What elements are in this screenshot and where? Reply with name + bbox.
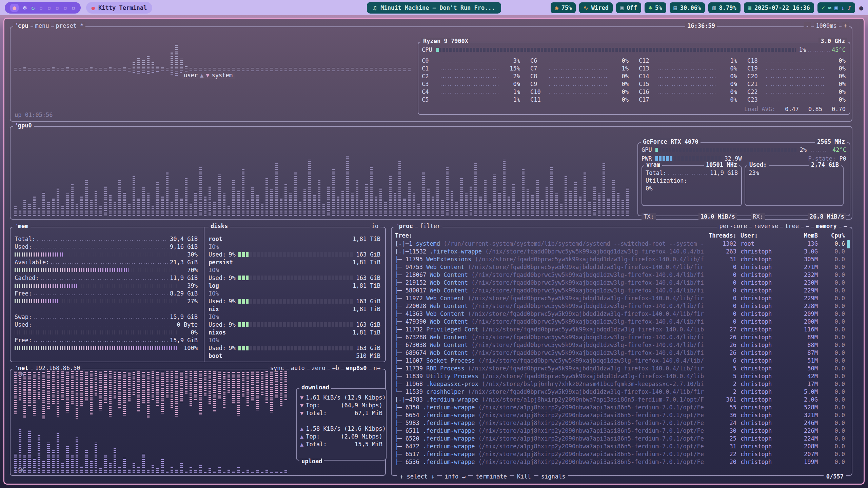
- workspace-icon-ws-4[interactable]: ▫: [39, 5, 43, 11]
- footer-info-button[interactable]: info ↵: [442, 473, 468, 480]
- process-row[interactable]: ├─ 11739 RDD Process (/nix/store/fqadd0b…: [392, 364, 852, 372]
- interval-plus-button[interactable]: +: [842, 22, 849, 29]
- bluetooth-widget[interactable]: ▣Off: [616, 2, 641, 13]
- process-row[interactable]: [-]─11532 .firefox-wrappe (/nix/store/fq…: [392, 247, 852, 255]
- system-tray[interactable]: ✓≈▣↓♪: [817, 2, 855, 13]
- disk-used-fill: [238, 346, 249, 350]
- tab-tree[interactable]: tree: [783, 223, 801, 229]
- sort-prev-button[interactable]: ←: [804, 223, 811, 229]
- process-row[interactable]: └─ 11539 crashhelper (/nix/store/fqadd0b…: [392, 388, 852, 395]
- core-label: C10: [530, 88, 547, 95]
- process-tree-cell: ├─ 673288 Web Content (/nix/store/fqadd0…: [395, 334, 704, 341]
- graph-bar: [156, 371, 159, 406]
- tree-prefix: ├─: [395, 381, 406, 387]
- iface-next-button[interactable]: n→: [372, 365, 382, 371]
- footer-select-button[interactable]: ↑ select ↓: [397, 473, 437, 480]
- tab-menu[interactable]: menu: [33, 22, 51, 29]
- process-threads: 2: [704, 381, 736, 387]
- network-widget[interactable]: ∿Wired: [579, 2, 612, 13]
- disk-used-meter: [238, 252, 354, 257]
- process-row[interactable]: ├─ 479390 Web Content (/nix/store/fqadd0…: [392, 318, 852, 325]
- graph-bar: [246, 371, 249, 406]
- process-row[interactable]: ├─ 11839 Utility Process (/nix/store/fqa…: [392, 372, 852, 380]
- active-window-button[interactable]: ● Kitty Terminal: [86, 2, 153, 14]
- disk-used-row: Used:9%163 GiB: [209, 297, 380, 305]
- process-cpu: 0.0: [818, 334, 845, 341]
- disk-usage-widget[interactable]: ▥8.79%: [708, 2, 740, 13]
- process-row[interactable]: ├─ 11972 Web Content (/nix/store/fqadd0b…: [392, 294, 852, 302]
- process-row[interactable]: ├─ 6511 .ferdium-wrappe (/nix/store/a1pj…: [392, 427, 852, 434]
- disk-name-row: nixos1,81 TiB: [209, 328, 380, 336]
- volume-widget[interactable]: ◉75%: [551, 2, 576, 13]
- process-row[interactable]: ├─ 94753 Web Content (/nix/store/fqadd0b…: [392, 263, 852, 271]
- process-row[interactable]: ├─ 689674 Web Content (/nix/store/fqadd0…: [392, 349, 852, 357]
- workspace-icon-refresh[interactable]: ↻: [31, 5, 35, 11]
- graph-bar: [370, 67, 373, 68]
- process-row[interactable]: ├─ 218067 Web Content (/nix/store/fqadd0…: [392, 271, 852, 279]
- disk-used-fill: [238, 322, 249, 327]
- graph-bar: [71, 184, 74, 216]
- process-row[interactable]: [-]─4783 .ferdium-wrappe (/nix/store/a1p…: [392, 395, 852, 403]
- graph-bar: [175, 371, 178, 416]
- footer-signals-button[interactable]: signals: [538, 473, 568, 480]
- sort-next-button[interactable]: →: [842, 223, 849, 229]
- cpu-usage-widget[interactable]: ♣5%: [645, 2, 666, 13]
- bell-icon[interactable]: ●: [859, 4, 863, 12]
- process-cpu: 0.0: [818, 388, 845, 395]
- workspace-icon-cat[interactable]: ●: [10, 4, 19, 12]
- process-row[interactable]: ├─ 6350 .ferdium-wrappe (/nix/store/a1pj…: [392, 403, 852, 411]
- process-tree-cell: ├─ 11607 Socket Process (/nix/store/fqad…: [395, 357, 704, 364]
- tree-prefix: ├─: [395, 342, 406, 348]
- process-row[interactable]: ├─ 41363 Web Content (/nix/store/fqadd0b…: [392, 310, 852, 318]
- process-row[interactable]: ├─ 6520 .ferdium-wrappe (/nix/store/a1pj…: [392, 434, 852, 442]
- net-stat-value: (2,69 Mibps): [341, 433, 382, 440]
- clock-widget[interactable]: ▦2025-07-22 16:36: [744, 2, 814, 13]
- workspace-icon-ws-5[interactable]: ▫: [47, 5, 51, 11]
- workspace-icon-ws-8[interactable]: ▫: [72, 5, 75, 11]
- disk-used-meter: [238, 299, 354, 304]
- process-row[interactable]: ├─ 6536 .ferdium-wrappe (/nix/store/a1pj…: [392, 458, 852, 466]
- tab-io[interactable]: io: [370, 223, 380, 229]
- tab-per-core[interactable]: per-core: [717, 223, 749, 229]
- process-row[interactable]: ├─ 673038 Web Content (/nix/store/fqadd0…: [392, 341, 852, 349]
- footer-kill-button[interactable]: Kill: [514, 473, 534, 480]
- tab-preset[interactable]: preset *: [54, 22, 86, 29]
- graph-bar: [284, 184, 287, 216]
- header-mem[interactable]: MemB: [787, 232, 818, 239]
- process-row[interactable]: ├─ 11607 Socket Process (/nix/store/fqad…: [392, 357, 852, 364]
- process-row[interactable]: [-]─1 systemd (/run/current-system/syste…: [392, 240, 852, 247]
- gpu-box-title: ⁵gpu0: [13, 122, 34, 129]
- workspace-icon-ws-6[interactable]: ▫: [55, 5, 59, 11]
- process-row[interactable]: ├─ 6472 .ferdium-wrappe (/nix/store/a1pj…: [392, 442, 852, 450]
- header-threads[interactable]: Threads:: [704, 232, 736, 239]
- process-row[interactable]: ├─ 220028 Web Content (/nix/store/fqadd0…: [392, 302, 852, 310]
- process-scrollbar[interactable]: [847, 240, 850, 248]
- workspace-icon-nix[interactable]: ❄: [23, 5, 27, 11]
- process-row[interactable]: ├─ 580017 Web Content (/nix/store/fqadd0…: [392, 286, 852, 294]
- workspace-icon-ws-7[interactable]: ▫: [63, 5, 67, 11]
- graph-bar: [251, 187, 254, 216]
- tab-zero[interactable]: zero: [310, 365, 328, 371]
- process-row[interactable]: ├─ 11795 WebExtensions (/nix/store/fqadd…: [392, 255, 852, 263]
- process-row[interactable]: ├─ 5983 .ferdium-wrappe (/nix/store/a1pj…: [392, 419, 852, 427]
- header-user[interactable]: User:: [736, 232, 787, 239]
- tab-auto[interactable]: auto: [289, 365, 307, 371]
- process-row[interactable]: ├─ 11968 .keepassxc-prox (/nix/store/bsl…: [392, 380, 852, 388]
- process-row[interactable]: ├─ 6654 .ferdium-wrappe (/nix/store/a1pj…: [392, 411, 852, 419]
- tab-filter[interactable]: filter: [418, 223, 442, 229]
- down-arrow-icon: ▼: [206, 72, 209, 79]
- iface-prev-button[interactable]: ←b: [330, 365, 341, 371]
- process-row[interactable]: ├─ 11732 Privileged Cont (/nix/store/fqa…: [392, 325, 852, 333]
- process-row[interactable]: ├─ 219152 Web Content (/nix/store/fqadd0…: [392, 279, 852, 286]
- process-row[interactable]: ├─ 673288 Web Content (/nix/store/fqadd0…: [392, 333, 852, 341]
- media-widget[interactable]: ♫ Minuit Machine – Don't Run Fro...: [367, 2, 501, 14]
- tab-sync[interactable]: sync: [268, 365, 286, 371]
- process-name: Socket Process: [426, 357, 478, 364]
- tab-reverse[interactable]: reverse: [752, 223, 780, 229]
- interval-minus-button[interactable]: -: [804, 22, 811, 29]
- header-cpu[interactable]: Cpu%: [818, 232, 845, 239]
- footer-terminate-button[interactable]: terminate: [473, 473, 510, 480]
- core-label: C18: [747, 57, 764, 64]
- process-row[interactable]: ├─ 6517 .ferdium-wrappe (/nix/store/a1pj…: [392, 450, 852, 458]
- memory-usage-widget[interactable]: ▤30.06%: [670, 2, 705, 13]
